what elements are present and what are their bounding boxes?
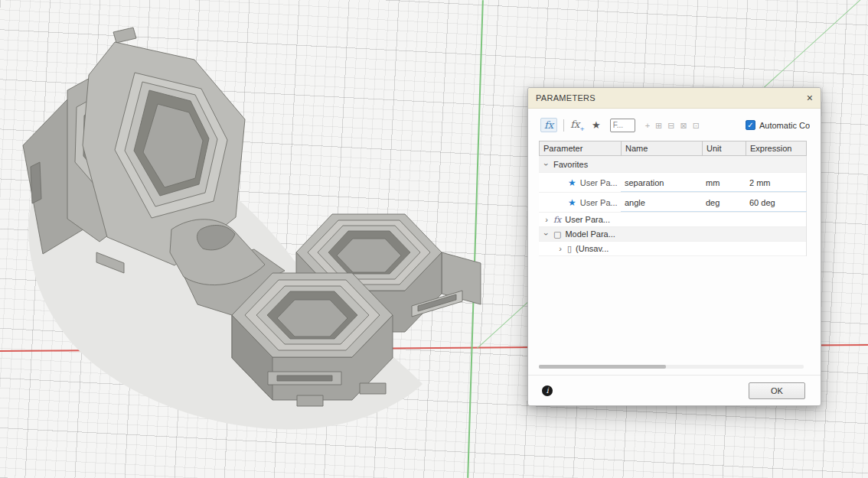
column-header-expression[interactable]: Expression xyxy=(746,141,808,155)
expression-cell[interactable]: 60 deg xyxy=(746,193,807,212)
favorite-star-icon[interactable]: ★ xyxy=(568,197,576,208)
group-label: Model Para... xyxy=(565,229,615,239)
hex-boxes-3d-model[interactable] xyxy=(0,0,505,459)
fx-glyph: fx xyxy=(570,119,579,130)
dialog-toolbar: fx fx+ ★ + ⊞ ⊟ ⊠ ⊡ ✓ Automatic Co xyxy=(528,109,821,139)
export-parameters-icon[interactable]: ⊡ xyxy=(693,120,700,131)
table-empty-area xyxy=(528,256,821,365)
favorite-star-icon[interactable]: ★ xyxy=(568,177,576,188)
chevron-down-icon[interactable]: › xyxy=(542,231,551,237)
column-header-unit[interactable]: Unit xyxy=(703,141,746,155)
group-label: (Unsav... xyxy=(576,244,609,253)
table-body: › Favorites ★ User Pa... separation mm 2… xyxy=(539,156,807,256)
add-parameter-icon[interactable]: + xyxy=(645,120,650,131)
filter-input[interactable] xyxy=(610,119,635,132)
group-label: User Para... xyxy=(565,215,610,224)
table-row-favorites-group[interactable]: › Favorites xyxy=(539,156,806,173)
table-row-angle[interactable]: ★ User Pa... angle deg 60 deg xyxy=(539,193,806,213)
table-row-separation[interactable]: ★ User Pa... separation mm 2 mm xyxy=(539,173,806,193)
ok-button[interactable]: OK xyxy=(749,382,805,399)
chevron-down-icon[interactable]: › xyxy=(542,161,551,167)
table-row-user-parameters-group[interactable]: › fx User Para... xyxy=(539,213,806,227)
name-cell[interactable]: separation xyxy=(621,173,702,192)
horizontal-scrollbar[interactable] xyxy=(539,365,804,369)
user-parameter-fx-icon[interactable]: fx xyxy=(540,118,557,132)
favorites-filter-icon[interactable]: ★ xyxy=(592,119,601,131)
column-header-name[interactable]: Name xyxy=(622,141,703,155)
duplicate-parameter-icon[interactable]: ⊞ xyxy=(655,120,662,131)
fx-sub-glyph: + xyxy=(579,125,585,132)
delete-parameter-icon[interactable]: ⊟ xyxy=(667,120,674,131)
unit-cell: deg xyxy=(702,193,746,212)
column-header-parameter[interactable]: Parameter xyxy=(540,141,622,155)
toolbar-separator xyxy=(563,119,564,132)
dialog-title: PARAMETERS xyxy=(536,93,596,102)
close-icon[interactable]: × xyxy=(807,93,813,103)
fx-icon: fx xyxy=(553,215,561,225)
info-icon[interactable]: i xyxy=(542,385,553,396)
parameters-table: Parameter Name Unit Expression › Favorit… xyxy=(539,141,807,256)
chevron-right-icon[interactable]: › xyxy=(543,215,550,224)
toolbar-action-icons: + ⊞ ⊟ ⊠ ⊡ xyxy=(645,120,700,131)
parameter-type-label: User Pa... xyxy=(580,198,618,207)
chevron-right-icon[interactable]: › xyxy=(557,244,563,253)
automatic-compute-toggle[interactable]: ✓ Automatic Co xyxy=(746,120,810,130)
dialog-titlebar[interactable]: PARAMETERS × xyxy=(528,88,821,109)
table-row-model-parameters-group[interactable]: › ▢ Model Para... xyxy=(539,227,806,242)
model-box-icon: ▢ xyxy=(553,229,561,239)
parameters-dialog: PARAMETERS × fx fx+ ★ + ⊞ ⊟ ⊠ ⊡ ✓ Automa… xyxy=(527,87,821,406)
table-header-row: Parameter Name Unit Expression xyxy=(539,141,807,156)
name-cell[interactable]: angle xyxy=(621,193,702,212)
add-user-parameter-icon[interactable]: fx+ xyxy=(570,119,585,132)
checkbox-checked-icon[interactable]: ✓ xyxy=(746,120,755,130)
table-row-unsaved-document[interactable]: › ▯ (Unsav... xyxy=(539,242,806,256)
group-label: Favorites xyxy=(553,160,588,169)
unit-cell: mm xyxy=(702,173,746,192)
document-icon: ▯ xyxy=(567,244,572,254)
expression-cell[interactable]: 2 mm xyxy=(746,173,807,192)
automatic-compute-label: Automatic Co xyxy=(759,121,810,130)
dialog-footer: i OK xyxy=(528,375,821,405)
parameter-type-label: User Pa... xyxy=(580,178,618,187)
scrollbar-thumb[interactable] xyxy=(539,365,666,369)
import-parameters-icon[interactable]: ⊠ xyxy=(680,120,687,131)
